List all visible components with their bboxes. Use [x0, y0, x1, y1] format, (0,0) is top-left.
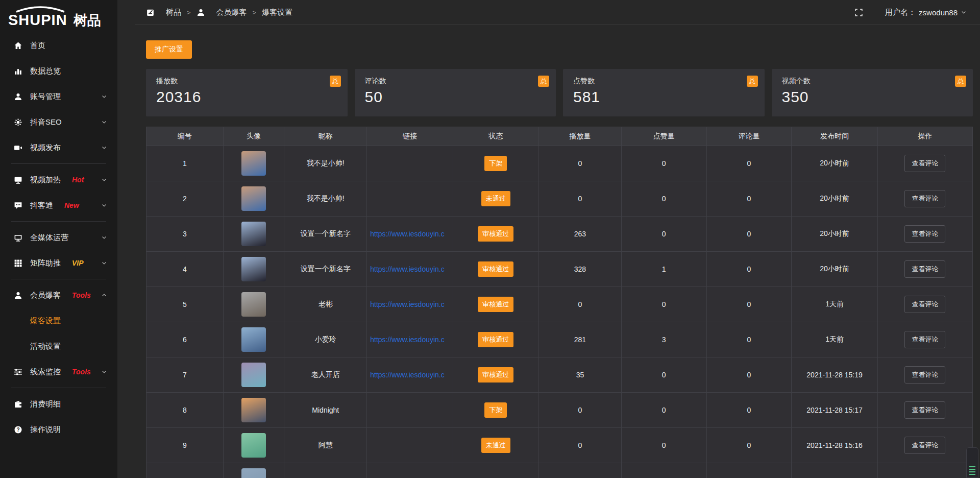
chevron-down-icon [101, 93, 107, 100]
cell-action: 查看评论 [877, 217, 972, 252]
stat-card: 评论数50总 [355, 69, 556, 116]
cell-id: 8 [146, 393, 224, 428]
sidebar: SHUPIN 树品 首页数据总览账号管理抖音SEO视频发布视频加热Hot抖客通N… [0, 0, 117, 478]
stats-row: 播放数20316总评论数50总点赞数581总视频个数350总 [146, 69, 973, 116]
breadcrumb-separator: > [253, 9, 257, 16]
app-logo: SHUPIN 树品 [0, 0, 117, 30]
breadcrumb-item[interactable]: 树品 [146, 8, 181, 17]
sidebar-item-label: 操作说明 [30, 425, 61, 435]
total-badge: 总 [955, 76, 966, 87]
video-link[interactable]: https://www.iesdouyin.c [370, 371, 449, 379]
breadcrumb-item[interactable]: 会员爆客 [197, 8, 247, 17]
cell-avatar [223, 287, 284, 322]
chevron-down-icon [961, 9, 967, 15]
wallet-icon [14, 399, 23, 409]
cell-action [877, 463, 972, 478]
sidebar-item[interactable]: 账号管理 [0, 84, 117, 109]
user-menu[interactable]: 用户名：zswodun88 [885, 8, 967, 17]
cell-nickname [284, 463, 367, 478]
view-comments-button[interactable]: 查看评论 [904, 366, 945, 384]
cell-avatar [223, 252, 284, 287]
view-comments-button[interactable]: 查看评论 [904, 296, 945, 313]
chevron-down-icon [101, 369, 107, 375]
sidebar-item[interactable]: 消费明细 [0, 391, 117, 417]
sidebar-subitem[interactable]: 活动设置 [0, 333, 117, 359]
cell-likes: 0 [621, 287, 706, 322]
cell-plays: 328 [539, 252, 622, 287]
cell-id: 9 [146, 428, 224, 463]
cell-plays: 0 [539, 181, 622, 217]
cell-action: 查看评论 [877, 357, 972, 393]
sidebar-item[interactable]: 矩阵助推VIP [0, 250, 117, 276]
chevron-down-icon [101, 177, 107, 183]
column-header: 点赞量 [621, 127, 706, 146]
sidebar-item[interactable]: 线索监控Tools [0, 359, 117, 385]
view-comments-button[interactable]: 查看评论 [904, 437, 945, 454]
table-header-row: 编号头像昵称链接状态播放量点赞量评论量发布时间操作 [146, 127, 973, 146]
chevron-up-icon [101, 292, 107, 298]
video-link[interactable]: https://www.iesdouyin.c [370, 230, 449, 238]
sidebar-item-label: 首页 [30, 41, 45, 51]
sidebar-item[interactable]: 视频发布 [0, 135, 117, 160]
sidebar-item[interactable]: 数据总览 [0, 58, 117, 84]
cell-avatar [223, 217, 284, 252]
fullscreen-icon[interactable] [854, 8, 864, 17]
view-comments-button[interactable]: 查看评论 [904, 225, 945, 243]
stat-label: 点赞数 [573, 77, 754, 86]
column-header: 状态 [453, 127, 538, 146]
cell-comments [706, 463, 792, 478]
sidebar-subitem[interactable]: 爆客设置 [0, 308, 117, 333]
avatar [241, 222, 266, 246]
view-comments-button[interactable]: 查看评论 [904, 155, 945, 172]
column-header: 发布时间 [792, 127, 877, 146]
cell-time: 20小时前 [792, 146, 877, 181]
sidebar-item[interactable]: ?操作说明 [0, 417, 117, 442]
sidebar-item[interactable]: 视频加热Hot [0, 167, 117, 193]
cell-id: 4 [146, 252, 224, 287]
table-row: 7老人开店https://www.iesdouyin.c审核通过35002021… [146, 357, 973, 393]
cell-avatar [223, 463, 284, 478]
sidebar-item[interactable]: 会员爆客Tools [0, 282, 117, 308]
status-badge: 审核通过 [478, 297, 513, 312]
chevron-down-icon [101, 119, 107, 125]
stat-value: 350 [782, 88, 963, 106]
cell-comments: 0 [706, 287, 792, 322]
cell-time: 1天前 [792, 287, 877, 322]
stat-label: 评论数 [365, 77, 546, 86]
view-comments-button[interactable]: 查看评论 [904, 331, 945, 348]
video-link[interactable]: https://www.iesdouyin.c [370, 336, 449, 344]
cell-status: 未通过 [453, 428, 538, 463]
cell-plays: 281 [539, 322, 622, 357]
sidebar-item-label: 会员爆客 [30, 291, 61, 300]
avatar [241, 151, 266, 176]
view-comments-button[interactable]: 查看评论 [904, 401, 945, 419]
sidebar-item-tag: Hot [72, 176, 84, 184]
cell-likes: 0 [621, 146, 706, 181]
breadcrumb-separator: > [187, 9, 191, 16]
floating-widget[interactable] [966, 447, 978, 478]
view-comments-button[interactable]: 查看评论 [904, 190, 945, 207]
cell-likes: 0 [621, 357, 706, 393]
sidebar-item[interactable]: 全媒体运营 [0, 225, 117, 250]
cell-likes: 3 [621, 322, 706, 357]
cell-id: 6 [146, 322, 224, 357]
topbar: 树品>会员爆客>爆客设置 用户名：zswodun88 [117, 0, 980, 25]
gear-icon [14, 117, 23, 127]
video-link[interactable]: https://www.iesdouyin.c [370, 300, 449, 308]
video-link[interactable]: https://www.iesdouyin.c [370, 265, 449, 273]
sidebar-item[interactable]: 抖音SEO [0, 109, 117, 135]
view-comments-button[interactable]: 查看评论 [904, 260, 945, 278]
sidebar-item-tag: VIP [72, 259, 84, 267]
sidebar-item[interactable]: 抖客通New [0, 193, 117, 218]
chart-icon [14, 66, 23, 76]
cell-link: https://www.iesdouyin.c [367, 322, 453, 357]
table-row: 2我不是小帅!未通过00020小时前查看评论 [146, 181, 973, 217]
sidebar-item-label: 抖音SEO [30, 117, 62, 127]
sidebar-item[interactable]: 首页 [0, 33, 117, 58]
breadcrumb-item: 爆客设置 [262, 8, 292, 17]
promo-settings-button[interactable]: 推广设置 [146, 40, 192, 59]
home-icon [14, 41, 23, 50]
cell-link: https://www.iesdouyin.c [367, 252, 453, 287]
cell-time: 20小时前 [792, 181, 877, 217]
cell-action: 查看评论 [877, 322, 972, 357]
